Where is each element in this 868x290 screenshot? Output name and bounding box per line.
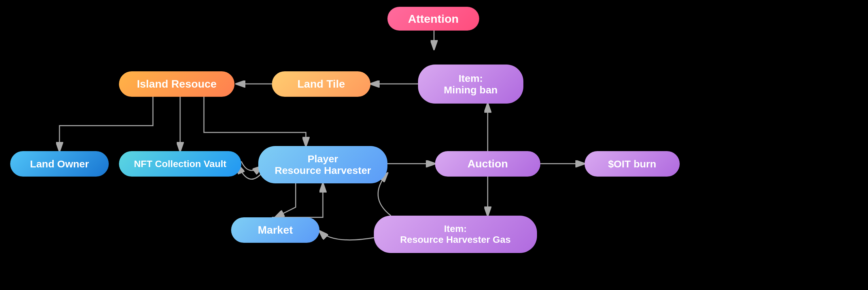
diagram-container: Attention Island Resouce Land Tile Item:…	[0, 0, 868, 290]
land-owner-label: Land Owner	[30, 158, 89, 170]
attention-label: Attention	[408, 12, 458, 25]
oit-burn-label: $OIT burn	[608, 158, 656, 170]
island-resource-label: Island Resouce	[137, 78, 217, 90]
item-mining-ban-node: Item: Mining ban	[418, 65, 523, 104]
player-resource-harvester-label: Player Resource Harvester	[275, 153, 371, 176]
island-resource-node: Island Resouce	[119, 71, 235, 97]
land-owner-node: Land Owner	[10, 151, 109, 177]
item-resource-harvester-gas-label: Item: Resource Harvester Gas	[400, 223, 510, 245]
auction-node: Auction	[435, 151, 540, 177]
auction-label: Auction	[467, 158, 508, 170]
attention-node: Attention	[387, 7, 479, 31]
player-resource-harvester-node: Player Resource Harvester	[258, 146, 387, 183]
market-node: Market	[231, 217, 319, 243]
nft-collection-vault-node: NFT Collection Vault	[119, 151, 241, 177]
item-mining-ban-label: Item: Mining ban	[444, 73, 498, 96]
nft-collection-vault-label: NFT Collection Vault	[134, 159, 226, 169]
oit-burn-node: $OIT burn	[585, 151, 680, 177]
land-tile-node: Land Tile	[272, 71, 370, 97]
item-resource-harvester-gas-node: Item: Resource Harvester Gas	[374, 216, 537, 253]
market-label: Market	[258, 224, 293, 236]
land-tile-label: Land Tile	[297, 78, 345, 90]
